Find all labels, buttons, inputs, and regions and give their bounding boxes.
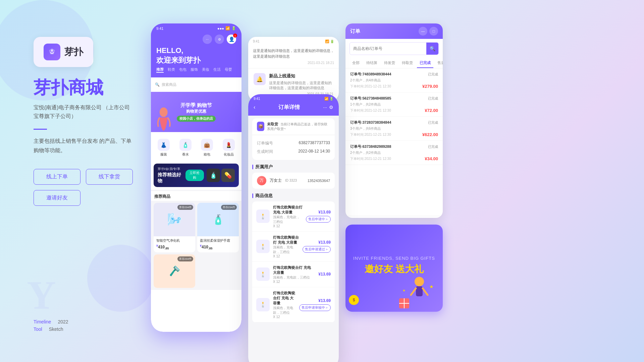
- main-container: Y 芽扑 芽扑商城 宝悦(南通)电子商务有限公司 （上市公司宝尊旗下子公司） 主…: [20, 17, 624, 345]
- order-num-4: 订单号:63738482989288: [350, 144, 391, 149]
- product-img-1: 🌬️ 库存234件: [154, 203, 195, 236]
- after-sale-btn-1[interactable]: 售后申请中＞: [306, 216, 331, 223]
- order-info: 订单编号 63827387737733 生成时间 2022-08-12 14:3…: [252, 135, 335, 160]
- btn-offline[interactable]: 线下拿货: [86, 169, 133, 185]
- order-status-3: 已完成: [428, 120, 438, 125]
- after-sale-btn-2[interactable]: 售后申请通过＞: [303, 246, 331, 253]
- invite-title-cn: 邀好友 送大礼: [352, 263, 436, 276]
- mgmt-fullscreen-btn[interactable]: □: [429, 27, 438, 36]
- promo-title: 推荐精选好物: [158, 172, 183, 184]
- invite-cn-prefix: 邀好友: [365, 264, 393, 274]
- order-item-2[interactable]: 订单号:56273848488585 已完成 1个用户，共2件商品 下单时间:2…: [345, 93, 443, 117]
- stock-badge-2: 库存234件: [221, 205, 237, 210]
- cat-perfume-label: 香水: [182, 152, 189, 157]
- product-price-2: ¥410.85: [200, 244, 236, 250]
- order-item-4[interactable]: 订单号:63738482989288 已完成 2个用户，共2件商品 下单时间:2…: [345, 141, 443, 165]
- promo-product-icons: 🧴 💊: [207, 169, 235, 182]
- banner-text: 开学季 购物节 购物更优惠 校园小店，你身边的店: [177, 102, 216, 122]
- nav-life[interactable]: 生活: [213, 67, 221, 73]
- product-thumb-4: 🕯️: [256, 298, 270, 311]
- order-title: 订单详情: [278, 104, 300, 111]
- phone2-area: 9:41 📶 🔋 这里是通知的详细信息，这里是通知的详细信息，这里是通知的详细信…: [248, 37, 339, 362]
- btn-row-1: 线上下单 线下拿货: [34, 169, 134, 185]
- mgmt-minimize-btn[interactable]: —: [419, 27, 427, 36]
- cat-bags-icon: 👜: [201, 139, 213, 151]
- nav-recommend[interactable]: 推荐: [156, 67, 164, 73]
- prod-attr-1: 浅褐色，充电款，三档位: [273, 215, 303, 224]
- notif-item-1: 这里是通知的详细信息，这里是通知的详细信息，这里是通知的详细信息 2021-03…: [248, 45, 339, 68]
- phone1-search[interactable]: 🔍 搜索商品: [151, 80, 241, 89]
- prod-name-1: 灯饰北欧陶瓷台灯 充电 大容量: [273, 205, 303, 215]
- btn-invite[interactable]: 邀请好友: [34, 190, 80, 206]
- cat-perfume[interactable]: 🧴 香水: [176, 139, 195, 157]
- cat-makeup[interactable]: 💄 化妆品: [219, 139, 238, 157]
- product-price-1: ¥410.85: [156, 244, 193, 250]
- phone1-settings-btn[interactable]: ⚙: [215, 35, 224, 44]
- promo-cta-btn[interactable]: 立即抢购: [185, 170, 204, 181]
- order-header-4: 订单号:63738482989288 已完成: [350, 144, 438, 149]
- promo-tag: 芽/扑/会/员/专/享: [158, 167, 183, 171]
- nav-clothes[interactable]: 服饰: [191, 67, 198, 73]
- nav-bags[interactable]: 包包: [179, 67, 186, 73]
- product-row-4: 🕯️ 灯饰北欧陶瓷台灯 充电 大容量 浅褐色，充电款，三档位 X 12 ¥13.…: [252, 287, 335, 322]
- btn-online[interactable]: 线上下单: [34, 169, 80, 185]
- product-card-1[interactable]: 🌬️ 库存234件 智能空气净化机 ¥410.85: [154, 203, 195, 252]
- nav-baby[interactable]: 母婴: [225, 67, 232, 73]
- phone1-nav: 推荐 鞋类 包包 服饰 美妆 生活 母婴: [156, 65, 236, 73]
- order-share-btn[interactable]: ⚙: [329, 105, 333, 110]
- prod-info-3: 灯饰北欧陶瓷台灯 充电 大容量 浅褐色，充电款，三档位 X 12: [273, 265, 315, 284]
- notif-status: 9:41 📶 🔋: [248, 37, 339, 45]
- user-info: 万 万女士 ID 3323 13524353647: [252, 173, 335, 189]
- order-num-2: 订单号:56273848488585: [350, 96, 391, 101]
- tab-pending-ship[interactable]: 待发货: [381, 58, 398, 68]
- phone1-more-btn[interactable]: ···: [203, 35, 212, 44]
- product-card-2[interactable]: 🧴 库存234件 盈润丝柔保湿护手霜 ¥410.85: [197, 203, 239, 252]
- prod-price-2: ¥13.69: [303, 240, 331, 245]
- tab-aftersale[interactable]: 售后: [435, 58, 443, 68]
- product-img-2: 🧴 库存234件: [197, 203, 239, 236]
- cat-makeup-icon: 💄: [223, 139, 235, 151]
- watermark-letter: Y: [27, 272, 56, 318]
- nav-shoes[interactable]: 鞋类: [168, 67, 175, 73]
- order-status: 未取货: [267, 122, 278, 126]
- prod-right-1: ¥13.69 售后申请中＞: [306, 210, 331, 223]
- order-search-input[interactable]: [350, 44, 426, 54]
- tab-all[interactable]: 全部: [350, 58, 362, 68]
- order-time-value: 2022-08-12 14:30: [298, 149, 330, 155]
- svg-line-4: [423, 288, 428, 295]
- phone3-statusbar: 9:41 📶 🔋: [248, 94, 339, 101]
- cat-makeup-label: 化妆品: [224, 152, 234, 157]
- timeline-row-1: Timeline 2022: [34, 319, 68, 324]
- order-status-banner: 📦 未取货 当前订单商品已送达，请尽快联系用户取货~: [252, 118, 335, 135]
- order-search-btn[interactable]: 🔍: [426, 43, 438, 55]
- cat-clothes[interactable]: 👗 服装: [154, 139, 173, 157]
- timeline-year: 2022: [58, 319, 68, 324]
- cat-bags[interactable]: 👜 箱包: [198, 139, 217, 157]
- product-card-3[interactable]: 🪒 库存234件: [154, 254, 195, 288]
- prod-info-1: 灯饰北欧陶瓷台灯 充电 大容量 浅褐色，充电款，三档位 X 12: [273, 205, 303, 228]
- phone1-avatar-btn[interactable]: 👤: [227, 35, 236, 44]
- after-sale-btn-4[interactable]: 售后申请审核中＞: [299, 304, 331, 311]
- order-footer-4: 下单时间:2021-12-21 12:30 ¥34.00: [350, 156, 438, 161]
- tab-pending-pickup[interactable]: 待取货: [399, 58, 416, 68]
- order-filter-tabs: 全部 待结算 待发货 待取货 已完成 售后 云: [345, 58, 443, 68]
- promo-labels: 芽/扑/会/员/专/享 推荐精选好物: [158, 167, 183, 184]
- nav-beauty[interactable]: 美妆: [202, 67, 209, 73]
- order-more-btn[interactable]: ···: [323, 105, 327, 110]
- stock-badge-3: 库存234件: [177, 256, 193, 261]
- notif-desc-1: 这里是通知的详细信息，这里是通知的详细信息，这里是通知的详细信息: [253, 48, 334, 59]
- order-item-3[interactable]: 订单号:37283738384844 已完成 3个用户，共6件商品 下单时间:2…: [345, 117, 443, 141]
- prod-price-1: ¥13.69: [306, 210, 331, 215]
- order-item-1[interactable]: 订单号:74838948938444 已完成 2个用户，共4件商品 下单时间:2…: [345, 68, 443, 93]
- goods-section-title: 商品信息: [252, 193, 335, 199]
- back-btn[interactable]: ‹: [254, 104, 255, 110]
- order-search-bar[interactable]: 🔍: [350, 42, 439, 55]
- bg-deco-2: [87, 245, 154, 312]
- tab-completed[interactable]: 已完成: [417, 58, 433, 68]
- user-avatar: 万: [257, 176, 266, 185]
- product-thumb-1: 🕯️: [256, 209, 270, 223]
- tab-pending-payment[interactable]: 待结算: [364, 58, 380, 68]
- prod-qty-1: X 12: [273, 224, 303, 228]
- order-time-label: 生成时间: [257, 149, 273, 155]
- product-name-1: 智能空气净化机: [156, 238, 193, 243]
